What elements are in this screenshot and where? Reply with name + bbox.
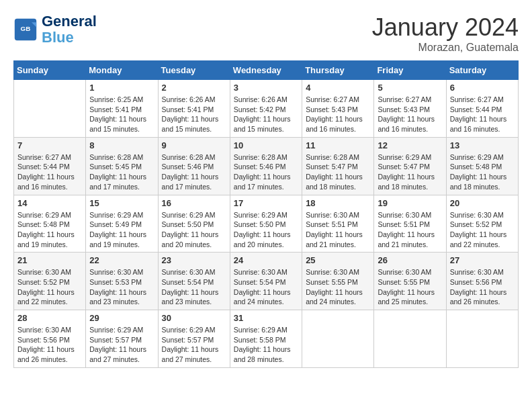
day-number: 18 [306, 198, 370, 208]
calendar-cell: 13Sunrise: 6:29 AMSunset: 5:48 PMDayligh… [446, 137, 518, 195]
day-number: 14 [17, 198, 82, 208]
weekday-header-thursday: Thursday [302, 61, 374, 80]
day-info: Sunrise: 6:28 AMSunset: 5:47 PMDaylight:… [306, 152, 370, 192]
calendar-cell: 26Sunrise: 6:30 AMSunset: 5:55 PMDayligh… [374, 253, 446, 310]
day-number: 2 [162, 83, 226, 93]
day-info: Sunrise: 6:29 AMSunset: 5:48 PMDaylight:… [450, 152, 515, 192]
day-number: 9 [162, 140, 226, 150]
day-number: 26 [378, 255, 442, 265]
calendar-cell: 30Sunrise: 6:29 AMSunset: 5:57 PMDayligh… [158, 310, 230, 368]
day-info: Sunrise: 6:27 AMSunset: 5:44 PMDaylight:… [17, 152, 82, 192]
day-number: 5 [378, 83, 442, 93]
day-info: Sunrise: 6:30 AMSunset: 5:55 PMDaylight:… [306, 267, 370, 307]
calendar-cell: 16Sunrise: 6:29 AMSunset: 5:50 PMDayligh… [158, 195, 230, 253]
day-info: Sunrise: 6:26 AMSunset: 5:41 PMDaylight:… [162, 95, 226, 134]
title-block: January 2024 Morazan, Guatemala [372, 13, 519, 54]
day-info: Sunrise: 6:29 AMSunset: 5:57 PMDaylight:… [89, 325, 154, 365]
month-title: January 2024 [372, 13, 519, 42]
day-info: Sunrise: 6:27 AMSunset: 5:43 PMDaylight:… [378, 95, 442, 134]
logo-text: General Blue [42, 13, 97, 46]
calendar-cell: 19Sunrise: 6:30 AMSunset: 5:51 PMDayligh… [374, 195, 446, 253]
day-info: Sunrise: 6:28 AMSunset: 5:46 PMDaylight:… [234, 152, 298, 192]
calendar-cell: 15Sunrise: 6:29 AMSunset: 5:49 PMDayligh… [86, 195, 158, 253]
day-info: Sunrise: 6:30 AMSunset: 5:54 PMDaylight:… [162, 267, 226, 307]
day-info: Sunrise: 6:25 AMSunset: 5:41 PMDaylight:… [89, 95, 154, 134]
calendar-cell: 10Sunrise: 6:28 AMSunset: 5:46 PMDayligh… [230, 137, 302, 195]
day-info: Sunrise: 6:29 AMSunset: 5:47 PMDaylight:… [378, 152, 442, 192]
day-number: 6 [450, 83, 515, 93]
day-number: 13 [450, 140, 515, 150]
calendar-cell [14, 80, 86, 138]
day-number: 10 [234, 140, 298, 150]
day-number: 4 [306, 83, 370, 93]
calendar-cell: 6Sunrise: 6:27 AMSunset: 5:44 PMDaylight… [446, 80, 518, 138]
calendar-cell: 1Sunrise: 6:25 AMSunset: 5:41 PMDaylight… [86, 80, 158, 138]
calendar-week-row: 14Sunrise: 6:29 AMSunset: 5:48 PMDayligh… [14, 195, 519, 253]
day-number: 15 [89, 198, 154, 208]
day-number: 27 [450, 255, 515, 265]
location: Morazan, Guatemala [372, 42, 519, 54]
calendar-cell: 31Sunrise: 6:29 AMSunset: 5:58 PMDayligh… [230, 310, 302, 368]
calendar-cell [374, 310, 446, 368]
day-info: Sunrise: 6:28 AMSunset: 5:46 PMDaylight:… [162, 152, 226, 192]
calendar-cell: 21Sunrise: 6:30 AMSunset: 5:52 PMDayligh… [14, 253, 86, 310]
day-number: 7 [17, 140, 82, 150]
logo-line2: Blue [42, 29, 74, 46]
calendar-cell: 24Sunrise: 6:30 AMSunset: 5:54 PMDayligh… [230, 253, 302, 310]
weekday-header-tuesday: Tuesday [158, 61, 230, 80]
day-number: 16 [162, 198, 226, 208]
day-info: Sunrise: 6:29 AMSunset: 5:50 PMDaylight:… [234, 210, 298, 250]
day-info: Sunrise: 6:30 AMSunset: 5:52 PMDaylight:… [17, 267, 82, 307]
calendar-cell [446, 310, 518, 368]
day-info: Sunrise: 6:26 AMSunset: 5:42 PMDaylight:… [234, 95, 298, 134]
day-number: 29 [89, 313, 154, 323]
calendar-cell: 23Sunrise: 6:30 AMSunset: 5:54 PMDayligh… [158, 253, 230, 310]
logo-line1: General [42, 13, 97, 30]
calendar-cell: 17Sunrise: 6:29 AMSunset: 5:50 PMDayligh… [230, 195, 302, 253]
day-number: 28 [17, 313, 82, 323]
day-number: 3 [234, 83, 298, 93]
weekday-header-monday: Monday [86, 61, 158, 80]
weekday-header-friday: Friday [374, 61, 446, 80]
page-header: GB General Blue January 2024 Morazan, Gu… [13, 13, 519, 54]
day-number: 11 [306, 140, 370, 150]
calendar-cell: 18Sunrise: 6:30 AMSunset: 5:51 PMDayligh… [302, 195, 374, 253]
day-number: 30 [162, 313, 226, 323]
calendar-cell: 25Sunrise: 6:30 AMSunset: 5:55 PMDayligh… [302, 253, 374, 310]
calendar-cell: 5Sunrise: 6:27 AMSunset: 5:43 PMDaylight… [374, 80, 446, 138]
calendar-cell: 29Sunrise: 6:29 AMSunset: 5:57 PMDayligh… [86, 310, 158, 368]
calendar-cell: 20Sunrise: 6:30 AMSunset: 5:52 PMDayligh… [446, 195, 518, 253]
day-number: 24 [234, 255, 298, 265]
calendar-cell: 28Sunrise: 6:30 AMSunset: 5:56 PMDayligh… [14, 310, 86, 368]
day-info: Sunrise: 6:30 AMSunset: 5:52 PMDaylight:… [450, 210, 515, 250]
day-info: Sunrise: 6:29 AMSunset: 5:49 PMDaylight:… [89, 210, 154, 250]
calendar-week-row: 28Sunrise: 6:30 AMSunset: 5:56 PMDayligh… [14, 310, 519, 368]
day-number: 17 [234, 198, 298, 208]
weekday-header-saturday: Saturday [446, 61, 518, 80]
day-number: 19 [378, 198, 442, 208]
day-number: 22 [89, 255, 154, 265]
calendar-week-row: 1Sunrise: 6:25 AMSunset: 5:41 PMDaylight… [14, 80, 519, 138]
day-info: Sunrise: 6:29 AMSunset: 5:57 PMDaylight:… [162, 325, 226, 365]
day-number: 23 [162, 255, 226, 265]
day-info: Sunrise: 6:30 AMSunset: 5:53 PMDaylight:… [89, 267, 154, 307]
calendar-cell: 3Sunrise: 6:26 AMSunset: 5:42 PMDaylight… [230, 80, 302, 138]
day-number: 12 [378, 140, 442, 150]
svg-text:GB: GB [21, 25, 31, 32]
day-number: 31 [234, 313, 298, 323]
calendar-cell: 9Sunrise: 6:28 AMSunset: 5:46 PMDaylight… [158, 137, 230, 195]
calendar-cell: 14Sunrise: 6:29 AMSunset: 5:48 PMDayligh… [14, 195, 86, 253]
calendar-cell: 4Sunrise: 6:27 AMSunset: 5:43 PMDaylight… [302, 80, 374, 138]
weekday-header-wednesday: Wednesday [230, 61, 302, 80]
day-info: Sunrise: 6:30 AMSunset: 5:51 PMDaylight:… [378, 210, 442, 250]
calendar-cell [302, 310, 374, 368]
day-info: Sunrise: 6:29 AMSunset: 5:48 PMDaylight:… [17, 210, 82, 250]
calendar-cell: 11Sunrise: 6:28 AMSunset: 5:47 PMDayligh… [302, 137, 374, 195]
day-info: Sunrise: 6:27 AMSunset: 5:43 PMDaylight:… [306, 95, 370, 134]
weekday-header-row: SundayMondayTuesdayWednesdayThursdayFrid… [14, 61, 519, 80]
calendar-cell: 27Sunrise: 6:30 AMSunset: 5:56 PMDayligh… [446, 253, 518, 310]
calendar-week-row: 21Sunrise: 6:30 AMSunset: 5:52 PMDayligh… [14, 253, 519, 310]
day-info: Sunrise: 6:30 AMSunset: 5:54 PMDaylight:… [234, 267, 298, 307]
day-info: Sunrise: 6:29 AMSunset: 5:58 PMDaylight:… [234, 325, 298, 365]
calendar-cell: 12Sunrise: 6:29 AMSunset: 5:47 PMDayligh… [374, 137, 446, 195]
